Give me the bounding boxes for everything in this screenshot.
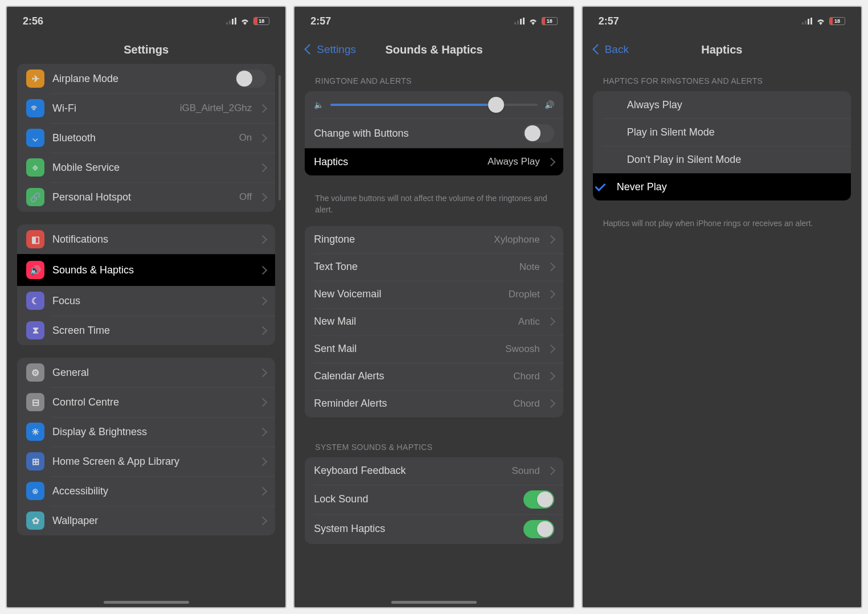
row-label: Focus [52,295,252,307]
svg-rect-9 [805,21,806,24]
haptics-row[interactable]: Haptics Always Play [305,148,563,175]
row-label: Display & Brightness [52,426,252,438]
settings-row[interactable]: Calendar AlertsChord [305,363,563,390]
status-right: 18 [226,17,269,25]
row-value: Off [239,191,252,203]
settings-row[interactable]: ☀Display & Brightness [17,417,275,447]
haptics-option[interactable]: Play in Silent Mode [593,118,851,146]
hourglass-icon: ⧗ [26,321,44,339]
haptics-option[interactable]: Don't Play in Silent Mode [593,146,851,173]
home-indicator[interactable] [104,601,189,604]
settings-row[interactable]: ⚙General [17,358,275,387]
settings-row[interactable]: ◧Notifications [17,224,275,254]
row-value: Droplet [509,289,540,300]
settings-content[interactable]: ✈Airplane ModeᯤWi-FiiGB_Airtel_2Ghz⌵Blue… [7,64,285,607]
row-label: Airplane Mode [52,73,227,85]
status-time: 2:56 [23,15,43,27]
svg-rect-6 [520,19,522,24]
volume-slider-row: 🔈 🔊 [305,91,563,118]
settings-row[interactable]: ✿Wallpaper [17,506,275,535]
row-value: Swoosh [505,343,539,355]
row-label: Home Screen & App Library [52,456,252,468]
volume-slider[interactable] [330,104,537,106]
status-bar: 2:56 18 [7,7,285,35]
chevron-right-icon [260,485,266,497]
svg-rect-2 [232,19,234,24]
wifi-icon [528,18,538,25]
lock-sound-toggle[interactable] [523,490,554,509]
chevron-right-icon [548,288,554,300]
settings-row[interactable]: ⊞Home Screen & App Library [17,447,275,476]
chevron-right-icon [548,398,554,410]
haptics-option[interactable]: Always Play [593,91,851,118]
settings-row[interactable]: 🔗Personal HotspotOff [17,182,275,212]
chevron-right-icon [260,264,266,276]
back-button[interactable]: Settings [306,43,356,56]
settings-row[interactable]: New VoicemailDroplet [305,281,563,308]
settings-row[interactable]: ᯤWi-FiiGB_Airtel_2Ghz [17,93,275,123]
row-value: On [239,132,252,144]
chevron-right-icon [548,234,554,245]
slider-thumb[interactable] [488,97,504,113]
volume-high-icon: 🔊 [544,100,554,109]
settings-row[interactable]: 🔊Sounds & Haptics [17,254,275,286]
settings-row[interactable]: ⍟Accessibility [17,476,275,506]
settings-row[interactable]: Sent MailSwoosh [305,335,563,363]
svg-rect-7 [523,18,525,24]
check-icon [594,183,607,191]
antenna-icon: ⟐ [26,158,44,177]
grid-icon: ⊞ [26,452,44,470]
change-with-buttons-toggle[interactable] [523,124,554,142]
settings-row[interactable]: ☾Focus [17,286,275,316]
chevron-right-icon [260,515,266,527]
row-label: General [52,367,252,379]
option-label: Play in Silent Mode [627,126,842,138]
row-label: System Haptics [314,523,515,535]
row-label: Sounds & Haptics [52,264,252,276]
system-haptics-row[interactable]: System Haptics [305,514,563,544]
page-title: Haptics [701,43,742,56]
speaker-icon: 🔊 [26,261,44,279]
system-haptics-toggle[interactable] [523,520,554,538]
back-button[interactable]: Back [594,43,629,56]
change-with-buttons-row[interactable]: Change with Buttons [305,118,563,148]
row-value: Antic [518,316,540,328]
option-label: Never Play [617,181,842,193]
settings-row[interactable]: ⌵BluetoothOn [17,123,275,153]
chevron-right-icon [260,132,266,144]
home-indicator[interactable] [391,601,477,604]
ringtone-group: 🔈 🔊 Change with Buttons Haptics Always P… [305,91,563,175]
switches-icon: ⊟ [26,393,44,411]
haptics-content[interactable]: Haptics for Ringtones and Alerts Always … [583,64,861,607]
scrollbar[interactable] [279,75,281,200]
chevron-right-icon [260,103,266,114]
settings-row[interactable]: ⟐Mobile Service [17,153,275,182]
settings-row[interactable]: New MailAntic [305,308,563,335]
chevron-right-icon [548,156,554,168]
settings-row[interactable]: ⧗Screen Time [17,316,275,345]
gear-icon: ⚙ [26,363,44,382]
tones-group: RingtoneXylophoneText ToneNoteNew Voicem… [305,226,563,417]
settings-row[interactable]: Text ToneNote [305,253,563,281]
toggle[interactable] [235,69,266,88]
keyboard-feedback-row[interactable]: Keyboard Feedback Sound [305,457,563,485]
section-system-header: System Sounds & Haptics [305,430,563,457]
row-value: Xylophone [494,234,539,245]
sounds-content[interactable]: Ringtone and Alerts 🔈 🔊 Change with Butt… [294,64,573,607]
chevron-right-icon [260,396,266,408]
bell-icon: ◧ [26,230,44,248]
lock-sound-row[interactable]: Lock Sound [305,485,563,514]
section-haptics-header: Haptics for Ringtones and Alerts [593,64,851,91]
settings-row[interactable]: ✈Airplane Mode [17,64,275,93]
volume-low-icon: 🔈 [314,100,324,109]
bluetooth-icon: ⌵ [26,129,44,147]
haptics-option[interactable]: Never Play [593,173,851,200]
settings-row[interactable]: RingtoneXylophone [305,226,563,253]
settings-row[interactable]: Reminder AlertsChord [305,390,563,417]
status-bar: 2:57 18 [583,7,861,35]
status-time: 2:57 [599,15,619,27]
settings-row[interactable]: ⊟Control Centre [17,387,275,417]
nav-bar: Settings [7,35,285,64]
chevron-right-icon [260,426,266,438]
wifi-icon: ᯤ [26,99,44,117]
